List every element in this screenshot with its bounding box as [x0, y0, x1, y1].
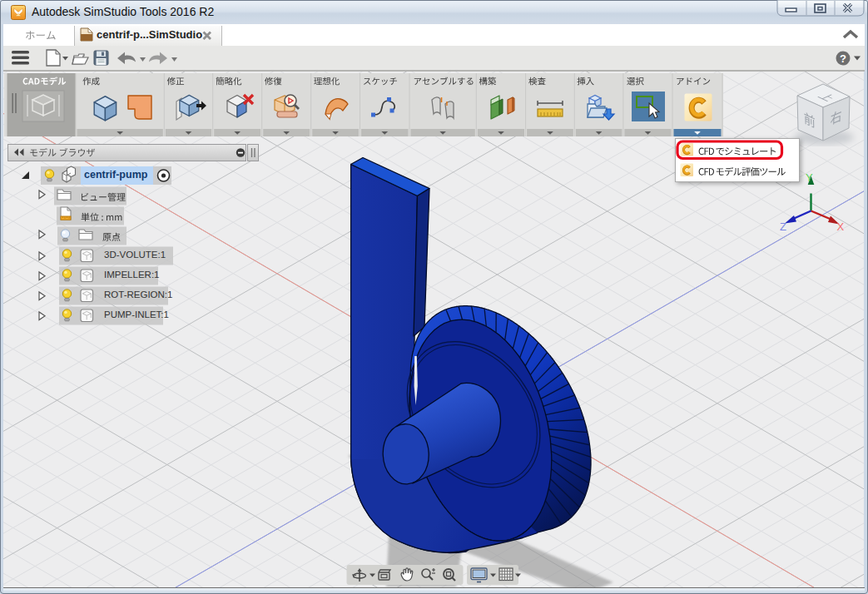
svg-text:?: ?	[840, 52, 846, 65]
svg-text:Y: Y	[806, 171, 813, 184]
svg-text:Z: Z	[780, 220, 786, 233]
svg-text:X: X	[837, 220, 845, 233]
